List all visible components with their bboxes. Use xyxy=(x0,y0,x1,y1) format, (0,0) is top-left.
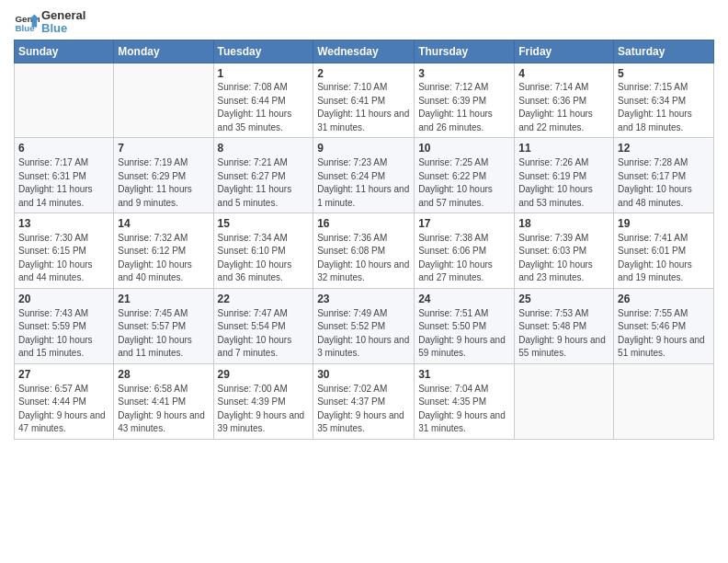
calendar-table: SundayMondayTuesdayWednesdayThursdayFrid… xyxy=(14,40,714,440)
day-number: 15 xyxy=(218,216,310,232)
day-number: 4 xyxy=(518,66,609,82)
day-number: 11 xyxy=(518,141,609,156)
day-info: Sunrise: 7:30 AMSunset: 6:15 PMDaylight:… xyxy=(18,232,109,285)
day-number: 24 xyxy=(418,292,510,307)
calendar-cell: 26Sunrise: 7:55 AMSunset: 5:46 PMDayligh… xyxy=(614,288,714,363)
day-number: 1 xyxy=(218,66,310,82)
column-header-tuesday: Tuesday xyxy=(213,40,313,63)
day-number: 22 xyxy=(218,292,310,307)
calendar-cell: 16Sunrise: 7:36 AMSunset: 6:08 PMDayligh… xyxy=(313,213,415,289)
calendar-cell: 12Sunrise: 7:28 AMSunset: 6:17 PMDayligh… xyxy=(614,138,714,213)
day-info: Sunrise: 7:49 AMSunset: 5:52 PMDaylight:… xyxy=(317,307,410,361)
calendar-cell: 27Sunrise: 6:57 AMSunset: 4:44 PMDayligh… xyxy=(15,363,114,439)
calendar-cell: 10Sunrise: 7:25 AMSunset: 6:22 PMDayligh… xyxy=(415,138,515,213)
day-info: Sunrise: 7:28 AMSunset: 6:17 PMDaylight:… xyxy=(618,156,710,210)
day-info: Sunrise: 7:23 AMSunset: 6:24 PMDaylight:… xyxy=(317,156,410,210)
day-number: 25 xyxy=(518,292,609,307)
day-number: 13 xyxy=(18,216,109,232)
calendar-cell xyxy=(614,363,714,439)
day-number: 18 xyxy=(518,216,609,232)
day-number: 8 xyxy=(218,141,310,156)
day-number: 7 xyxy=(118,141,209,156)
calendar-cell: 9Sunrise: 7:23 AMSunset: 6:24 PMDaylight… xyxy=(313,138,415,213)
logo: General Blue General Blue xyxy=(14,9,85,36)
calendar-cell: 1Sunrise: 7:08 AMSunset: 6:44 PMDaylight… xyxy=(213,63,313,138)
day-info: Sunrise: 7:34 AMSunset: 6:10 PMDaylight:… xyxy=(218,232,310,285)
day-number: 2 xyxy=(317,66,410,82)
calendar-cell: 4Sunrise: 7:14 AMSunset: 6:36 PMDaylight… xyxy=(515,63,614,138)
day-info: Sunrise: 7:32 AMSunset: 6:12 PMDaylight:… xyxy=(118,232,209,285)
calendar-cell: 7Sunrise: 7:19 AMSunset: 6:29 PMDaylight… xyxy=(114,138,213,213)
day-info: Sunrise: 7:10 AMSunset: 6:41 PMDaylight:… xyxy=(317,81,410,134)
day-number: 27 xyxy=(18,367,109,383)
day-number: 20 xyxy=(18,292,109,307)
day-info: Sunrise: 7:12 AMSunset: 6:39 PMDaylight:… xyxy=(418,81,510,134)
day-info: Sunrise: 7:55 AMSunset: 5:46 PMDaylight:… xyxy=(618,307,710,361)
calendar-cell: 22Sunrise: 7:47 AMSunset: 5:54 PMDayligh… xyxy=(213,288,313,363)
column-header-sunday: Sunday xyxy=(15,40,114,63)
day-info: Sunrise: 7:25 AMSunset: 6:22 PMDaylight:… xyxy=(418,156,510,210)
day-number: 3 xyxy=(418,66,510,82)
calendar-cell: 21Sunrise: 7:45 AMSunset: 5:57 PMDayligh… xyxy=(114,288,213,363)
day-number: 12 xyxy=(618,141,710,156)
calendar-cell: 23Sunrise: 7:49 AMSunset: 5:52 PMDayligh… xyxy=(313,288,415,363)
day-info: Sunrise: 7:45 AMSunset: 5:57 PMDaylight:… xyxy=(118,307,209,361)
calendar-cell: 24Sunrise: 7:51 AMSunset: 5:50 PMDayligh… xyxy=(415,288,515,363)
day-number: 17 xyxy=(418,216,510,232)
column-header-monday: Monday xyxy=(114,40,213,63)
day-info: Sunrise: 7:08 AMSunset: 6:44 PMDaylight:… xyxy=(218,81,310,134)
day-number: 31 xyxy=(418,367,510,383)
calendar-cell: 11Sunrise: 7:26 AMSunset: 6:19 PMDayligh… xyxy=(515,138,614,213)
day-number: 30 xyxy=(317,367,410,383)
day-number: 16 xyxy=(317,216,410,232)
calendar-cell xyxy=(515,363,614,439)
day-number: 10 xyxy=(418,141,510,156)
day-number: 19 xyxy=(618,216,710,232)
day-info: Sunrise: 7:26 AMSunset: 6:19 PMDaylight:… xyxy=(518,156,609,210)
day-number: 23 xyxy=(317,292,410,307)
calendar-cell: 13Sunrise: 7:30 AMSunset: 6:15 PMDayligh… xyxy=(15,213,114,289)
calendar-cell: 20Sunrise: 7:43 AMSunset: 5:59 PMDayligh… xyxy=(15,288,114,363)
logo-line1: General xyxy=(41,9,85,22)
day-info: Sunrise: 7:21 AMSunset: 6:27 PMDaylight:… xyxy=(218,156,310,210)
calendar-cell: 25Sunrise: 7:53 AMSunset: 5:48 PMDayligh… xyxy=(515,288,614,363)
day-number: 26 xyxy=(618,292,710,307)
day-info: Sunrise: 7:53 AMSunset: 5:48 PMDaylight:… xyxy=(518,307,609,361)
calendar-cell: 19Sunrise: 7:41 AMSunset: 6:01 PMDayligh… xyxy=(614,213,714,289)
day-info: Sunrise: 7:19 AMSunset: 6:29 PMDaylight:… xyxy=(118,156,209,210)
day-info: Sunrise: 7:00 AMSunset: 4:39 PMDaylight:… xyxy=(218,383,310,436)
day-info: Sunrise: 7:15 AMSunset: 6:34 PMDaylight:… xyxy=(618,81,710,134)
calendar-cell: 18Sunrise: 7:39 AMSunset: 6:03 PMDayligh… xyxy=(515,213,614,289)
day-number: 9 xyxy=(317,141,410,156)
calendar-cell: 17Sunrise: 7:38 AMSunset: 6:06 PMDayligh… xyxy=(415,213,515,289)
calendar-cell: 3Sunrise: 7:12 AMSunset: 6:39 PMDaylight… xyxy=(415,63,515,138)
day-info: Sunrise: 7:51 AMSunset: 5:50 PMDaylight:… xyxy=(418,307,510,361)
calendar-cell: 28Sunrise: 6:58 AMSunset: 4:41 PMDayligh… xyxy=(114,363,213,439)
day-info: Sunrise: 7:14 AMSunset: 6:36 PMDaylight:… xyxy=(518,81,609,134)
day-info: Sunrise: 7:41 AMSunset: 6:01 PMDaylight:… xyxy=(618,232,710,285)
column-header-wednesday: Wednesday xyxy=(313,40,415,63)
day-info: Sunrise: 7:04 AMSunset: 4:35 PMDaylight:… xyxy=(418,383,510,436)
column-header-thursday: Thursday xyxy=(415,40,515,63)
calendar-cell: 29Sunrise: 7:00 AMSunset: 4:39 PMDayligh… xyxy=(213,363,313,439)
day-number: 28 xyxy=(118,367,209,383)
calendar-cell: 6Sunrise: 7:17 AMSunset: 6:31 PMDaylight… xyxy=(15,138,114,213)
day-info: Sunrise: 7:36 AMSunset: 6:08 PMDaylight:… xyxy=(317,232,410,285)
logo-icon: General Blue xyxy=(14,9,40,35)
calendar-cell xyxy=(15,63,114,138)
calendar-cell: 30Sunrise: 7:02 AMSunset: 4:37 PMDayligh… xyxy=(313,363,415,439)
calendar-cell: 31Sunrise: 7:04 AMSunset: 4:35 PMDayligh… xyxy=(415,363,515,439)
day-info: Sunrise: 7:43 AMSunset: 5:59 PMDaylight:… xyxy=(18,307,109,361)
calendar-cell xyxy=(114,63,213,138)
day-number: 21 xyxy=(118,292,209,307)
calendar-cell: 8Sunrise: 7:21 AMSunset: 6:27 PMDaylight… xyxy=(213,138,313,213)
column-header-saturday: Saturday xyxy=(614,40,714,63)
day-info: Sunrise: 7:38 AMSunset: 6:06 PMDaylight:… xyxy=(418,232,510,285)
calendar-cell: 2Sunrise: 7:10 AMSunset: 6:41 PMDaylight… xyxy=(313,63,415,138)
calendar-cell: 5Sunrise: 7:15 AMSunset: 6:34 PMDaylight… xyxy=(614,63,714,138)
calendar-cell: 15Sunrise: 7:34 AMSunset: 6:10 PMDayligh… xyxy=(213,213,313,289)
day-info: Sunrise: 7:47 AMSunset: 5:54 PMDaylight:… xyxy=(218,307,310,361)
day-info: Sunrise: 6:57 AMSunset: 4:44 PMDaylight:… xyxy=(18,383,109,436)
day-number: 14 xyxy=(118,216,209,232)
day-number: 5 xyxy=(618,66,710,82)
